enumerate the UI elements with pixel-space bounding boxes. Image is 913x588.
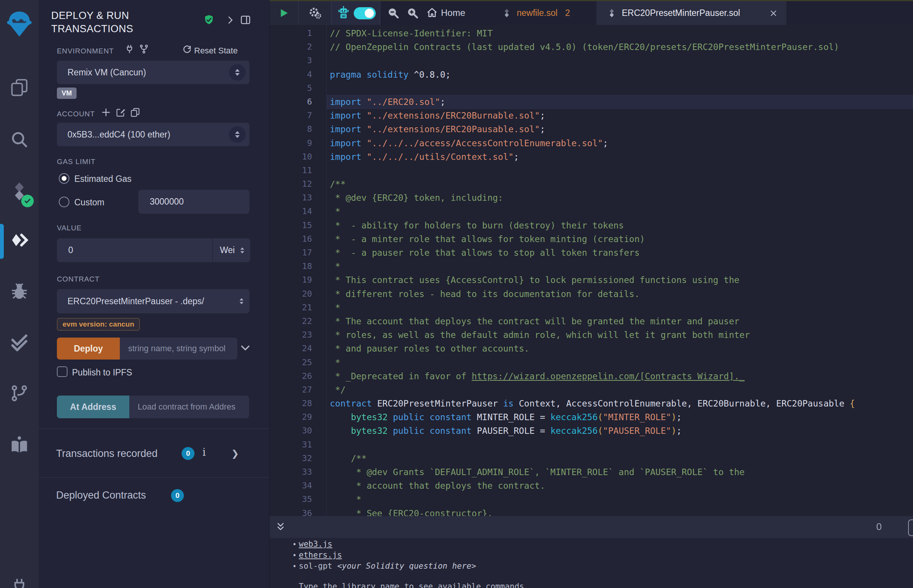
code-line: 28contract ERC20PresetMinterPauser is Co…: [270, 397, 913, 410]
code-lines[interactable]: 1// SPDX-License-Identifier: MIT2// Open…: [270, 26, 913, 516]
estimated-gas-radio[interactable]: [59, 173, 70, 184]
compile-success-badge: [21, 195, 34, 207]
transactions-count-badge: 0: [181, 447, 194, 460]
environment-plug-icon[interactable]: [125, 44, 134, 54]
select-arrows-icon: [240, 247, 244, 254]
code-line: 11: [270, 164, 913, 177]
ai-copilot-icon[interactable]: [336, 5, 351, 21]
code-line: 21 *: [270, 301, 913, 315]
code-line: 35 *: [270, 493, 913, 506]
code-line: 10import "../../../utils/Context.sol";: [270, 150, 913, 164]
tab-erc20presetminterpauser[interactable]: ERC20PresetMinterPauser.sol: [596, 1, 786, 25]
pin-panel-icon[interactable]: [240, 14, 251, 26]
terminal-item: •web3.js: [270, 539, 913, 550]
deploy-run-icon[interactable]: [0, 231, 39, 252]
terminal-listen-checkbox[interactable]: [908, 519, 913, 536]
code-line: 14 *: [270, 205, 913, 218]
transactions-recorded-label: Transactions recorded: [56, 448, 158, 460]
value-unit-select[interactable]: Wei: [212, 238, 250, 262]
custom-gas-label: Custom: [74, 197, 104, 208]
contract-select[interactable]: ERC20PresetMinterPauser - .deps/: [57, 289, 249, 313]
terminal-link[interactable]: ethers.js: [299, 551, 342, 560]
copy-account-icon[interactable]: [130, 107, 140, 118]
code-line: 36 * See {ERC20-constructor}.: [270, 507, 913, 516]
select-arrows-icon: [229, 126, 246, 143]
code-line: 29 bytes32 public constant MINTER_ROLE =…: [270, 410, 913, 424]
tab-newfile[interactable]: newfile.sol 2: [489, 1, 603, 25]
code-line: 30 bytes32 public constant PAUSER_ROLE =…: [270, 424, 913, 438]
terminal-bar[interactable]: 0: [270, 516, 913, 538]
search-icon[interactable]: [0, 129, 39, 149]
code-line: 5: [270, 81, 913, 95]
reset-state-icon[interactable]: [182, 44, 192, 55]
select-arrows-icon: [229, 64, 246, 81]
home-tab[interactable]: Home: [441, 8, 465, 18]
code-line: 32 /**: [270, 452, 913, 465]
code-line: 27 */: [270, 383, 913, 397]
shield-icon: [203, 14, 215, 26]
publish-ipfs-checkbox[interactable]: [57, 367, 68, 377]
sign-message-icon[interactable]: [116, 107, 126, 118]
code-line: 33 * @dev Grants `DEFAULT_ADMIN_ROLE`, `…: [270, 465, 913, 479]
code-line: 1// SPDX-License-Identifier: MIT: [270, 26, 913, 40]
value-input[interactable]: 0: [57, 238, 212, 262]
terminal-items: •web3.js•ethers.js•sol-gpt <your Solidit…: [270, 539, 913, 572]
debugger-icon[interactable]: [0, 281, 39, 302]
estimated-gas-label: Estimated Gas: [74, 174, 131, 184]
unit-testing-icon[interactable]: [0, 333, 39, 353]
custom-gas-input[interactable]: 3000000: [138, 190, 249, 214]
code-line: 17 * - a pauser role that allows to stop…: [270, 246, 913, 260]
reset-state-button[interactable]: Reset State: [194, 46, 238, 56]
deployed-contracts-label: Deployed Contracts: [56, 489, 146, 501]
code-line: 9import "../../../access/AccessControlEn…: [270, 136, 913, 150]
constructor-args-input[interactable]: string name, string symbol: [120, 338, 237, 360]
remix-logo[interactable]: [0, 10, 39, 39]
code-line: 3: [270, 54, 913, 68]
add-account-icon[interactable]: [101, 107, 111, 118]
collapse-terminal-icon[interactable]: [275, 521, 286, 533]
transactions-expand-icon[interactable]: ❯: [231, 448, 239, 459]
custom-gas-radio[interactable]: [59, 197, 70, 207]
terminal-hint: Type the library name to see available c…: [299, 582, 529, 588]
code-line: 31: [270, 438, 913, 452]
divider: [39, 477, 269, 478]
account-select[interactable]: 0x5B3...eddC4 (100 ether): [57, 123, 249, 146]
plugin-manager-icon[interactable]: [0, 577, 39, 588]
script-config-icon[interactable]: [308, 6, 322, 20]
code-line: 4pragma solidity ^0.8.0;: [270, 68, 913, 81]
deployed-count-badge: 0: [171, 489, 184, 502]
divider: [39, 428, 269, 429]
code-line: 18 *: [270, 260, 913, 273]
home-icon[interactable]: [426, 7, 438, 19]
select-arrows-icon: [240, 298, 243, 304]
editor-tabbar: Home newfile.sol 2 ERC20PresetMinterPaus…: [270, 1, 913, 25]
zoom-in-icon[interactable]: [406, 7, 419, 19]
terminal-listen-count: 0: [876, 521, 882, 533]
contract-label: CONTRACT: [57, 275, 100, 283]
code-line: 7import "../extensions/ERC20Burnable.sol…: [270, 109, 913, 123]
gas-limit-label: GAS LIMIT: [57, 158, 96, 166]
environment-label: ENVIRONMENT: [57, 47, 114, 55]
terminal-content[interactable]: •web3.js•ethers.js•sol-gpt <your Solidit…: [270, 538, 913, 588]
deploy-button[interactable]: Deploy: [57, 338, 120, 360]
git-icon[interactable]: [0, 383, 39, 403]
publish-ipfs-label: Publish to IPFS: [72, 367, 132, 378]
info-icon[interactable]: i: [202, 446, 206, 458]
ai-copilot-toggle[interactable]: [354, 7, 376, 19]
run-script-icon[interactable]: [278, 7, 290, 19]
at-address-button[interactable]: At Address: [57, 396, 129, 418]
expand-args-icon[interactable]: [240, 342, 251, 354]
learneth-icon[interactable]: [0, 435, 39, 456]
close-tab-icon[interactable]: [769, 9, 778, 18]
file-explorer-icon[interactable]: [0, 77, 39, 97]
tab-problem-count: 2: [565, 8, 570, 18]
terminal-link[interactable]: web3.js: [299, 540, 332, 549]
editor-region: Home newfile.sol 2 ERC20PresetMinterPaus…: [270, 0, 913, 588]
at-address-input[interactable]: Load contract from Addres: [129, 396, 249, 418]
fork-state-icon[interactable]: [139, 44, 149, 54]
deploy-run-panel: DEPLOY & RUN TRANSACTIONS ENVIRONMENT Re…: [39, 0, 270, 588]
divider: [331, 1, 331, 25]
zoom-out-icon[interactable]: [387, 7, 400, 19]
environment-select[interactable]: Remix VM (Cancun): [57, 61, 249, 84]
expand-panel-icon[interactable]: [225, 15, 235, 25]
